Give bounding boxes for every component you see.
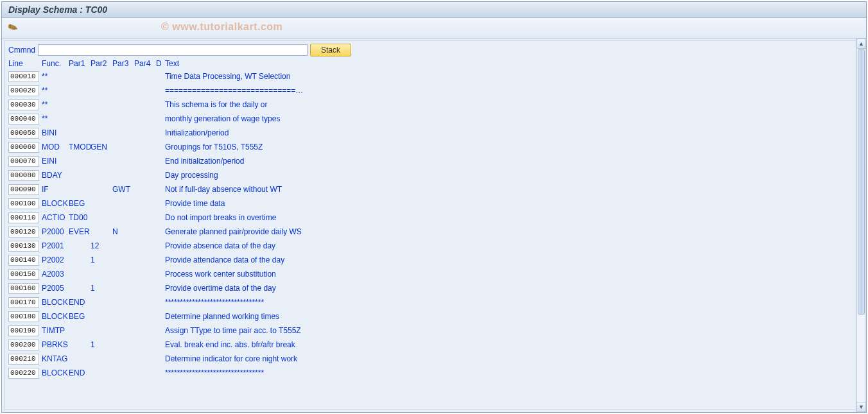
table-row: BLOCKBEGDetermine planned working times: [4, 309, 864, 323]
table-row: **This schema is for the daily or: [4, 98, 864, 112]
line-number-input[interactable]: [8, 241, 39, 252]
cell-text: Day processing: [165, 171, 218, 180]
scroll-track[interactable]: [856, 49, 866, 402]
line-number-input[interactable]: [8, 71, 39, 82]
cell-par1: TMOD: [69, 142, 91, 151]
line-number-input[interactable]: [8, 297, 39, 308]
cell-func: MOD: [42, 142, 60, 151]
cell-text: Determine indicator for core night work: [165, 354, 297, 363]
cell-text: *********************************: [165, 368, 264, 377]
line-number-input[interactable]: [8, 142, 39, 153]
cell-par2: 12: [91, 241, 99, 250]
cell-text: Generate planned pair/provide daily WS: [165, 227, 302, 236]
cell-func: BLOCK: [42, 298, 68, 307]
column-headers: Line Func. Par1 Par2 Par3 Par4 D Text: [4, 58, 864, 69]
window: Display Schema : TC00 ✎ © www.tutorialka…: [1, 1, 867, 413]
content-area: Cmmnd Stack Line Func. Par1 Par2 Par3 Pa…: [2, 39, 866, 412]
window-title: Display Schema : TC00: [8, 4, 107, 15]
cell-par1: TD00: [69, 213, 87, 222]
command-row: Cmmnd Stack: [4, 41, 864, 58]
table-row: P20051Provide overtime data of the day: [4, 281, 864, 295]
table-row: ACTIOTD00Do not import breaks in overtim…: [4, 211, 864, 225]
header-par3: Par3: [112, 59, 128, 68]
table-row: TIMTPAssign TType to time pair acc. to T…: [4, 323, 864, 338]
header-line: Line: [8, 59, 23, 68]
cell-func: TIMTP: [42, 326, 65, 335]
line-number-input[interactable]: [8, 170, 39, 181]
cell-text: Initialization/period: [165, 128, 229, 137]
cell-par3: GWT: [112, 185, 130, 194]
line-number-input[interactable]: [8, 85, 39, 96]
table-row: P20021Provide attendance data of the day: [4, 253, 864, 267]
line-number-input[interactable]: [8, 212, 39, 223]
cell-text: Provide time data: [165, 199, 225, 208]
line-number-input[interactable]: [8, 269, 39, 280]
table-row: IFGWTNot if full-day absence without WT: [4, 182, 864, 196]
table-row: MODTMODGENGroupings for T510S, T555Z: [4, 140, 864, 154]
line-number-input[interactable]: [8, 255, 39, 266]
cell-par2: 1: [91, 284, 95, 293]
cell-func: A2003: [42, 270, 64, 279]
cell-text: Provide attendance data of the day: [165, 255, 284, 264]
line-number-input[interactable]: [8, 114, 39, 125]
cell-text: Provide overtime data of the day: [165, 284, 276, 293]
table-row: **Time Data Processing, WT Selection: [4, 69, 864, 83]
line-number-input[interactable]: [8, 283, 39, 294]
cell-func: **: [42, 114, 48, 123]
vertical-scrollbar[interactable]: ▲ ▼: [856, 39, 866, 412]
cell-func: ACTIO: [42, 213, 65, 222]
cell-text: End initialization/period: [165, 157, 244, 166]
table-row: BDAYDay processing: [4, 168, 864, 182]
cell-func: EINI: [42, 157, 56, 166]
scroll-grip[interactable]: [858, 49, 865, 315]
cell-func: PBRKS: [42, 340, 68, 349]
cell-par2: GEN: [91, 142, 107, 151]
cell-func: P2005: [42, 284, 64, 293]
line-number-input[interactable]: [8, 99, 39, 110]
cell-func: BLOCK: [42, 312, 68, 321]
header-par1: Par1: [69, 59, 85, 68]
line-number-input[interactable]: [8, 227, 39, 237]
line-number-input[interactable]: [8, 354, 39, 365]
cell-text: *********************************: [165, 298, 264, 307]
cell-func: **: [42, 72, 48, 81]
cell-func: BDAY: [42, 171, 62, 180]
cell-func: BINI: [42, 128, 56, 137]
table-row: P200112Provide absence data of the day: [4, 239, 864, 253]
cell-func: P2001: [42, 241, 64, 250]
line-number-input[interactable]: [8, 340, 39, 350]
cell-text: This schema is for the daily or: [165, 100, 267, 109]
cell-text: Groupings for T510S, T555Z: [165, 142, 263, 151]
cell-func: **: [42, 86, 48, 95]
table-row: EINIEnd initialization/period: [4, 154, 864, 168]
cell-func: BLOCK: [42, 368, 68, 377]
line-number-input[interactable]: [8, 156, 39, 167]
toolbar: ✎ © www.tutorialkart.com: [2, 18, 866, 39]
line-number-input[interactable]: [8, 325, 39, 336]
header-func: Func.: [42, 59, 61, 68]
table-row: BINIInitialization/period: [4, 126, 864, 140]
cell-text: =============================…: [165, 86, 303, 95]
edit-icon[interactable]: ✎: [5, 19, 20, 36]
cell-text: Do not import breaks in overtime: [165, 213, 276, 222]
stack-button[interactable]: Stack: [310, 44, 351, 56]
cell-par3: N: [112, 227, 118, 236]
header-par4: Par4: [134, 59, 150, 68]
cell-text: Time Data Processing, WT Selection: [165, 72, 290, 81]
cell-text: Process work center substitution: [165, 270, 276, 279]
cell-text: Determine planned working times: [165, 312, 279, 321]
line-number-input[interactable]: [8, 198, 39, 209]
line-number-input[interactable]: [8, 184, 39, 195]
command-label: Cmmnd: [8, 46, 35, 55]
line-number-input[interactable]: [8, 368, 39, 379]
cell-par1: BEG: [69, 312, 85, 321]
cell-text: Provide absence data of the day: [165, 241, 275, 250]
table-row: BLOCKBEGProvide time data: [4, 196, 864, 211]
table-row: P2000EVERNGenerate planned pair/provide …: [4, 225, 864, 239]
scroll-up-icon[interactable]: ▲: [856, 39, 866, 49]
command-input[interactable]: [38, 44, 308, 56]
line-number-input[interactable]: [8, 311, 39, 322]
line-number-input[interactable]: [8, 128, 39, 139]
scroll-down-icon[interactable]: ▼: [856, 402, 866, 412]
cell-text: Not if full-day absence without WT: [165, 185, 282, 194]
